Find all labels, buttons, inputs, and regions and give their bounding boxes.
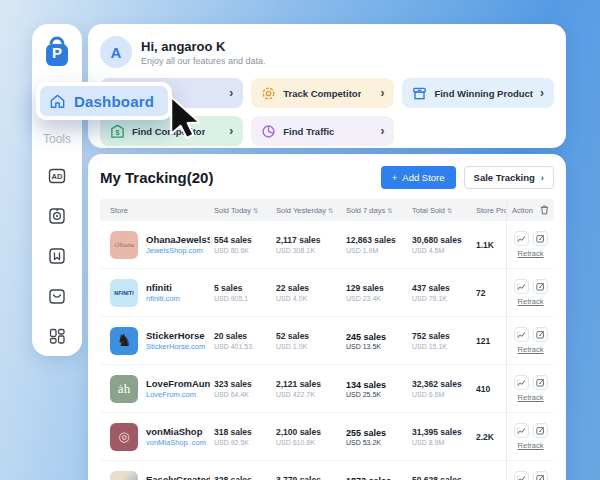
store-cell: Ohana OhanaJewelsShop JewelsShop.com bbox=[100, 231, 210, 259]
sold-yesterday-cell: 2,100 salesUSD 610.8K bbox=[272, 427, 342, 446]
my-tracking-panel: My Tracking(20) + Add Store Sale Trackin… bbox=[88, 154, 566, 480]
empty-card-slot bbox=[402, 116, 554, 146]
card-find-traffic[interactable]: Find Traffic › bbox=[251, 116, 394, 146]
col-sold-yesterday[interactable]: Sold Yesterday⇅ bbox=[272, 206, 342, 215]
col-store[interactable]: Store bbox=[100, 206, 210, 215]
col-store-products[interactable]: Store Products bbox=[472, 206, 506, 215]
store-link[interactable]: vonMiaShop .com bbox=[146, 438, 206, 447]
chevron-right-icon: › bbox=[380, 124, 384, 138]
sidebar: P Tools AD bbox=[32, 24, 82, 356]
sold-today-cell: 20 salesUSD 401.53 bbox=[210, 331, 272, 350]
store-name: OhanaJewelsShop bbox=[146, 234, 210, 246]
store-products-cell: 410 bbox=[472, 384, 506, 394]
total-sold-cell: 31,395 salesUSD 8.9M bbox=[408, 427, 472, 446]
retrack-link[interactable]: Retrack bbox=[518, 441, 544, 450]
table-row[interactable]: EaselyCreated EaselyCreated .com 328 sal… bbox=[100, 461, 554, 480]
table-body: Ohana OhanaJewelsShop JewelsShop.com 554… bbox=[100, 221, 554, 480]
table-row[interactable]: NFINITI nfiniti nfiniti.com 5 salesUSD 9… bbox=[100, 269, 554, 317]
edit-icon[interactable] bbox=[533, 471, 548, 480]
logo-letter: P bbox=[41, 44, 73, 61]
sold-today-cell: 5 salesUSD 905.1 bbox=[210, 283, 272, 302]
action-cell: Retrack bbox=[506, 461, 554, 480]
sort-icon[interactable]: ⇅ bbox=[387, 207, 392, 214]
chevron-right-icon: › bbox=[380, 86, 384, 100]
sold-today-cell: 328 salesUSD 14.4K bbox=[210, 475, 272, 480]
store-link[interactable]: LoveFrom.com bbox=[146, 390, 210, 399]
analytics-icon[interactable] bbox=[514, 471, 529, 480]
sold-yesterday-cell: 52 salesUSD 1.0K bbox=[272, 331, 342, 350]
card-find-winning-product[interactable]: Find Winning Product › bbox=[402, 78, 554, 108]
edit-icon[interactable] bbox=[533, 423, 548, 438]
table-row[interactable]: ♞ StickerHorse StickerHorse.com 20 sales… bbox=[100, 317, 554, 365]
greeting-subtitle: Enjoy all our features and data. bbox=[141, 56, 266, 66]
sold-yesterday-cell: 3,779 salesUSD 165.7K bbox=[272, 475, 342, 480]
pie-chart-icon bbox=[261, 124, 276, 139]
action-cell: Retrack bbox=[506, 221, 554, 268]
analytics-icon[interactable] bbox=[514, 327, 529, 342]
analytics-icon[interactable] bbox=[514, 423, 529, 438]
store-icon[interactable] bbox=[44, 284, 70, 308]
apps-grid-icon[interactable] bbox=[44, 324, 70, 348]
tools-label: Tools bbox=[43, 132, 71, 146]
app-logo[interactable]: P bbox=[41, 35, 73, 69]
store-link[interactable]: StickerHorse.com bbox=[146, 342, 205, 351]
table-row[interactable]: ◎ vonMiaShop vonMiaShop .com 318 salesUS… bbox=[100, 413, 554, 461]
sidebar-item-dashboard[interactable]: Dashboard bbox=[36, 82, 172, 120]
sold-7days-cell: 245 salesUSD 13.5K bbox=[342, 331, 408, 351]
action-cell: Retrack bbox=[506, 269, 554, 316]
store-name: EaselyCreated bbox=[146, 474, 210, 480]
analytics-icon[interactable] bbox=[514, 375, 529, 390]
sort-icon[interactable]: ⇅ bbox=[328, 207, 333, 214]
retrack-link[interactable]: Retrack bbox=[518, 393, 544, 402]
col-sold-7-days[interactable]: Sold 7 days⇅ bbox=[342, 206, 408, 215]
trash-icon[interactable] bbox=[540, 205, 549, 215]
bookmark-icon[interactable] bbox=[44, 244, 70, 268]
table-row[interactable]: Ohana OhanaJewelsShop JewelsShop.com 554… bbox=[100, 221, 554, 269]
table-header: Store Sold Today⇅ Sold Yesterday⇅ Sold 7… bbox=[100, 199, 554, 221]
sale-tracking-button[interactable]: Sale Tracking › bbox=[464, 166, 554, 189]
chevron-right-icon: › bbox=[229, 124, 233, 138]
edit-icon[interactable] bbox=[533, 375, 548, 390]
store-cell: ♞ StickerHorse StickerHorse.com bbox=[100, 327, 210, 355]
sort-icon[interactable]: ⇅ bbox=[447, 207, 452, 214]
retrack-link[interactable]: Retrack bbox=[518, 297, 544, 306]
sold-today-cell: 323 salesUSD 64.4K bbox=[210, 379, 272, 398]
card-track-competitor[interactable]: Track Competitor › bbox=[251, 78, 394, 108]
store-cell: ȧh LoveFromAuntyHelen LoveFrom.com bbox=[100, 375, 210, 403]
store-avatar: ȧh bbox=[110, 375, 138, 403]
col-sold-today[interactable]: Sold Today⇅ bbox=[210, 206, 272, 215]
store-products-cell: 1.1K bbox=[472, 240, 506, 250]
add-store-button[interactable]: + Add Store bbox=[381, 166, 456, 189]
store-products-cell: 121 bbox=[472, 336, 506, 346]
edit-icon[interactable] bbox=[533, 327, 548, 342]
user-avatar[interactable]: A bbox=[100, 36, 132, 68]
store-avatar: NFINITI bbox=[110, 279, 138, 307]
action-cell: Retrack bbox=[506, 365, 554, 412]
col-total-sold[interactable]: Total Sold⇅ bbox=[408, 206, 472, 215]
action-cell: Retrack bbox=[506, 413, 554, 460]
target-icon bbox=[261, 86, 276, 101]
retrack-link[interactable]: Retrack bbox=[518, 249, 544, 258]
analytics-icon[interactable] bbox=[514, 231, 529, 246]
table-row[interactable]: ȧh LoveFromAuntyHelen LoveFrom.com 323 s… bbox=[100, 365, 554, 413]
col-action: Action bbox=[506, 199, 554, 221]
chevron-right-icon: › bbox=[541, 172, 544, 183]
product-research-icon[interactable] bbox=[44, 204, 70, 228]
store-link[interactable]: JewelsShop.com bbox=[146, 246, 210, 255]
sold-yesterday-cell: 22 salesUSD 4.0K bbox=[272, 283, 342, 302]
edit-icon[interactable] bbox=[533, 279, 548, 294]
total-sold-cell: 437 salesUSD 79.1K bbox=[408, 283, 472, 302]
sort-icon[interactable]: ⇅ bbox=[253, 207, 258, 214]
svg-text:AD: AD bbox=[52, 172, 63, 181]
product-box-icon bbox=[412, 86, 427, 101]
tracking-title: My Tracking(20) bbox=[100, 169, 213, 186]
ads-icon[interactable]: AD bbox=[44, 164, 70, 188]
sold-7days-cell: 129 salesUSD 23.4K bbox=[342, 283, 408, 302]
svg-text:$: $ bbox=[116, 128, 120, 136]
card-find-competitor[interactable]: $ Find Competitor › bbox=[100, 116, 243, 146]
analytics-icon[interactable] bbox=[514, 279, 529, 294]
store-link[interactable]: nfiniti.com bbox=[146, 294, 180, 303]
retrack-link[interactable]: Retrack bbox=[518, 345, 544, 354]
edit-icon[interactable] bbox=[533, 231, 548, 246]
store-cell: NFINITI nfiniti nfiniti.com bbox=[100, 279, 210, 307]
